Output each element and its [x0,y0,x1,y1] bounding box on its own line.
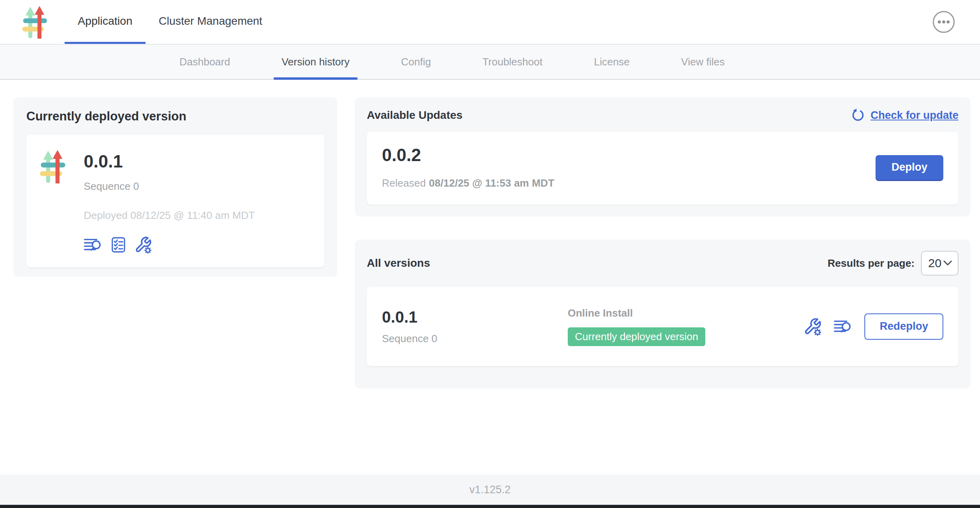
app-footer: v1.125.2 [0,475,980,505]
tab-version-history[interactable]: Version history [274,45,358,79]
install-type-label: Online Install [568,307,803,319]
currently-deployed-title: Currently deployed version [26,109,325,124]
main-content: Currently deployed version 0.0.1 Sequenc… [0,80,980,475]
app-logo-icon [40,149,66,183]
tab-application[interactable]: Application [65,0,146,44]
tab-license-label: License [594,56,630,68]
version-row: 0.0.1 Sequence 0 Online Install Currentl… [367,287,958,366]
deployed-sequence: Sequence 0 [84,180,255,193]
results-per-page-value: 20 [928,256,941,270]
update-released-timestamp: Released08/12/25 @ 11:53 am MDT [382,177,554,189]
app-subnav: Dashboard Version history Config Trouble… [0,45,980,80]
version-row-info: 0.0.1 Sequence 0 [382,308,568,345]
refresh-icon [851,108,865,122]
app-header: Application Cluster Management [0,0,980,45]
deployed-actions [84,236,255,254]
edit-config-button[interactable] [134,236,152,254]
deployed-version-number: 0.0.1 [84,152,255,171]
results-per-page-select[interactable]: 20 [921,251,958,276]
tab-config[interactable]: Config [393,45,439,79]
all-versions-title: All versions [367,257,430,270]
available-updates-card: Available Updates Check for update 0.0.2… [355,97,970,217]
deploy-button[interactable]: Deploy [876,155,943,180]
tab-dashboard-label: Dashboard [179,56,230,68]
chevron-down-icon [943,260,952,266]
available-update-row: 0.0.2 Released08/12/25 @ 11:53 am MDT De… [367,132,958,205]
edit-config-icon [803,317,822,336]
diff-button[interactable] [834,319,852,334]
tab-cluster-management[interactable]: Cluster Management [146,0,276,44]
tab-troubleshoot[interactable]: Troubleshoot [474,45,551,79]
tab-dashboard[interactable]: Dashboard [171,45,238,79]
bottom-strip [0,505,980,508]
deployed-timestamp: Deployed 08/12/25 @ 11:40 am MDT [84,209,255,222]
app-logo [22,0,48,44]
released-date: 08/12/25 @ 11:53 am MDT [429,177,554,189]
tab-config-label: Config [401,56,431,68]
check-for-update-link[interactable]: Check for update [851,108,958,122]
tab-troubleshoot-label: Troubleshoot [482,56,543,68]
tab-view-files[interactable]: View files [673,45,732,79]
more-options-button[interactable] [932,10,955,33]
diff-button[interactable] [84,237,102,252]
right-column: Available Updates Check for update 0.0.2… [355,97,970,475]
tab-version-history-label: Version history [281,56,350,68]
check-for-update-label: Check for update [870,109,958,122]
available-updates-title: Available Updates [367,109,462,122]
results-per-page-label: Results per page: [828,257,915,270]
diff-icon [834,319,852,334]
diff-icon [84,237,102,252]
tab-application-label: Application [78,15,132,28]
released-label: Released [382,177,426,189]
edit-config-icon [134,236,152,254]
redeploy-button[interactable]: Redeploy [864,313,943,340]
edit-config-button[interactable] [803,317,822,336]
deployed-version-details: 0.0.1 Sequence 0 Deployed 08/12/25 @ 11:… [84,146,255,254]
app-logo-icon [22,5,48,39]
currently-deployed-card: Currently deployed version 0.0.1 Sequenc… [14,97,337,277]
version-row-sequence: Sequence 0 [382,333,568,345]
preflight-checks-button[interactable] [111,237,126,253]
preflight-checks-icon [111,237,126,253]
tab-view-files-label: View files [681,56,724,68]
console-version: v1.125.2 [469,484,511,496]
update-version-number: 0.0.2 [382,145,554,165]
results-per-page: Results per page: 20 [828,251,958,276]
deployed-version-panel: 0.0.1 Sequence 0 Deployed 08/12/25 @ 11:… [26,135,325,267]
update-info: 0.0.2 Released08/12/25 @ 11:53 am MDT [382,145,554,189]
all-versions-card: All versions Results per page: 20 0.0.1 … [355,240,970,388]
version-row-actions: Redeploy [803,313,943,340]
deployed-app-logo [40,149,66,183]
tab-cluster-management-label: Cluster Management [159,15,262,28]
tab-license[interactable]: License [586,45,638,79]
more-options-icon [932,10,955,33]
version-row-status: Online Install Currently deployed versio… [568,307,803,346]
currently-deployed-badge: Currently deployed version [568,327,705,346]
version-row-number: 0.0.1 [382,308,568,326]
